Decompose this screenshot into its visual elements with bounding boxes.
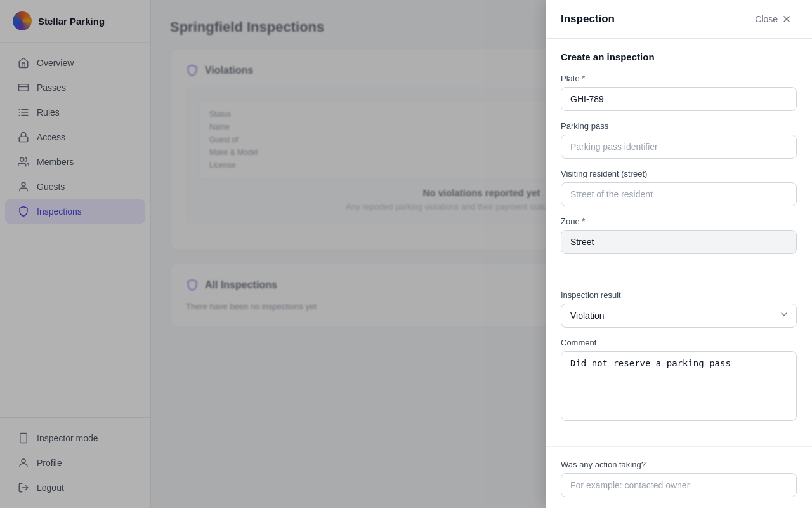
action-input[interactable] xyxy=(561,473,797,497)
visiting-resident-input[interactable] xyxy=(561,182,797,206)
plate-label: Plate * xyxy=(561,74,797,83)
parking-pass-input[interactable] xyxy=(561,135,797,159)
action-section: Was any action taking? xyxy=(546,447,812,508)
close-icon xyxy=(782,14,792,24)
zone-input[interactable] xyxy=(561,230,797,254)
inspection-result-section: Inspection result Violation Pass Warning… xyxy=(546,277,812,447)
inspection-result-select[interactable]: Violation Pass Warning xyxy=(561,304,797,328)
drawer-body: Create an inspection Plate * Parking pas… xyxy=(546,39,812,508)
inspection-drawer: Inspection Close Create an inspection Pl… xyxy=(546,0,812,508)
visiting-resident-label: Visiting resident (street) xyxy=(561,169,797,178)
inspection-result-group: Inspection result Violation Pass Warning xyxy=(561,290,797,328)
comment-group: Comment xyxy=(561,338,797,424)
drawer-header: Inspection Close xyxy=(546,0,812,39)
drawer-title: Inspection xyxy=(561,13,615,25)
action-label: Was any action taking? xyxy=(561,460,797,469)
visiting-resident-group: Visiting resident (street) xyxy=(561,169,797,206)
zone-group: Zone * xyxy=(561,217,797,254)
create-inspection-section: Create an inspection Plate * Parking pas… xyxy=(546,39,812,277)
parking-pass-label: Parking pass xyxy=(561,121,797,131)
plate-group: Plate * xyxy=(561,74,797,111)
inspection-result-select-wrapper: Violation Pass Warning xyxy=(561,304,797,328)
form-title: Create an inspection xyxy=(561,51,797,62)
drawer-close-button[interactable]: Close xyxy=(750,11,797,27)
inspection-result-label: Inspection result xyxy=(561,290,797,300)
parking-pass-group: Parking pass xyxy=(561,121,797,159)
comment-textarea[interactable] xyxy=(561,351,797,421)
close-label: Close xyxy=(755,14,778,24)
action-group: Was any action taking? xyxy=(561,460,797,497)
comment-label: Comment xyxy=(561,338,797,347)
plate-input[interactable] xyxy=(561,87,797,111)
zone-label: Zone * xyxy=(561,217,797,226)
